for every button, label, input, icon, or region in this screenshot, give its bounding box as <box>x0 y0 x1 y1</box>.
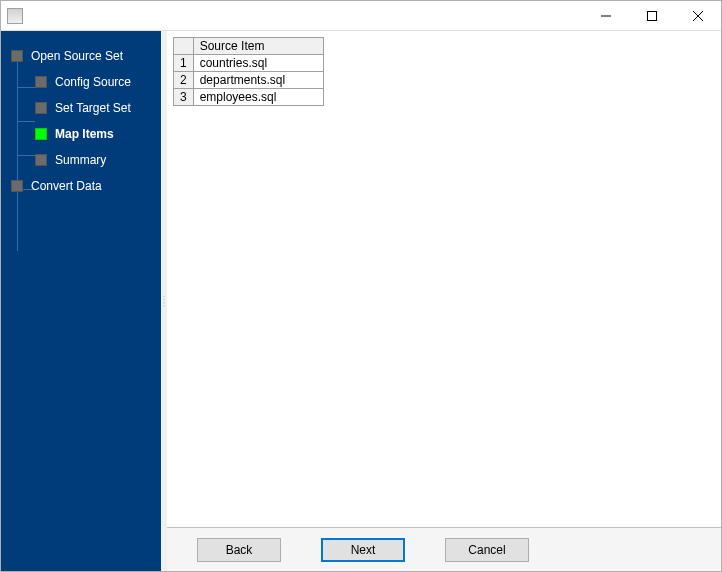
content-area: Source Item 1 countries.sql 2 department… <box>167 31 721 527</box>
table-row[interactable]: 3 employees.sql <box>174 89 324 106</box>
app-icon <box>7 8 23 24</box>
step-label: Config Source <box>55 75 131 89</box>
app-window: Open Source Set Config Source Set Target… <box>0 0 722 572</box>
step-box-icon <box>35 102 47 114</box>
next-button[interactable]: Next <box>321 538 405 562</box>
row-number: 3 <box>174 89 194 106</box>
close-button[interactable] <box>675 1 721 31</box>
wizard-step-config-source[interactable]: Config Source <box>1 65 161 91</box>
client-area: Open Source Set Config Source Set Target… <box>1 31 721 571</box>
splitter-grip-icon: ···· <box>163 295 166 307</box>
source-item-header[interactable]: Source Item <box>193 38 323 55</box>
step-label: Map Items <box>55 127 114 141</box>
table-row[interactable]: 1 countries.sql <box>174 55 324 72</box>
source-item-cell[interactable]: employees.sql <box>193 89 323 106</box>
wizard-sidebar: Open Source Set Config Source Set Target… <box>1 31 161 571</box>
main-panel: Source Item 1 countries.sql 2 department… <box>167 31 721 571</box>
step-box-icon <box>35 128 47 140</box>
step-box-icon <box>11 180 23 192</box>
source-item-cell[interactable]: countries.sql <box>193 55 323 72</box>
window-controls <box>583 1 721 31</box>
cancel-button[interactable]: Cancel <box>445 538 529 562</box>
wizard-step-map-items[interactable]: Map Items <box>1 117 161 143</box>
table-row[interactable]: 2 departments.sql <box>174 72 324 89</box>
svg-rect-1 <box>648 11 657 20</box>
row-number: 1 <box>174 55 194 72</box>
step-label: Convert Data <box>31 179 102 193</box>
step-box-icon <box>11 50 23 62</box>
maximize-button[interactable] <box>629 1 675 31</box>
row-number: 2 <box>174 72 194 89</box>
step-label: Set Target Set <box>55 101 131 115</box>
minimize-button[interactable] <box>583 1 629 31</box>
wizard-step-open-source-set[interactable]: Open Source Set <box>1 39 161 65</box>
source-item-cell[interactable]: departments.sql <box>193 72 323 89</box>
row-number-header[interactable] <box>174 38 194 55</box>
wizard-footer: Back Next Cancel <box>167 527 721 571</box>
back-button[interactable]: Back <box>197 538 281 562</box>
titlebar <box>1 1 721 31</box>
source-items-table[interactable]: Source Item 1 countries.sql 2 department… <box>173 37 324 106</box>
step-label: Summary <box>55 153 106 167</box>
wizard-step-summary[interactable]: Summary <box>1 143 161 169</box>
wizard-step-set-target-set[interactable]: Set Target Set <box>1 91 161 117</box>
step-label: Open Source Set <box>31 49 123 63</box>
wizard-step-convert-data[interactable]: Convert Data <box>1 169 161 195</box>
step-box-icon <box>35 76 47 88</box>
step-box-icon <box>35 154 47 166</box>
